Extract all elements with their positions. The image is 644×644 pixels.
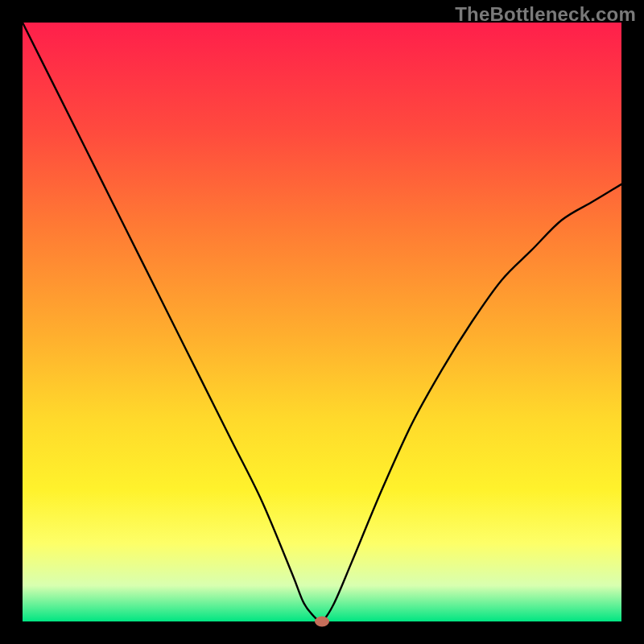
plot-area [23,23,621,621]
chart-frame: TheBottleneck.com [0,0,644,644]
bottleneck-curve-path [23,23,621,622]
curve-svg [23,23,621,621]
watermark-text: TheBottleneck.com [455,3,636,26]
optimum-marker [315,617,329,627]
